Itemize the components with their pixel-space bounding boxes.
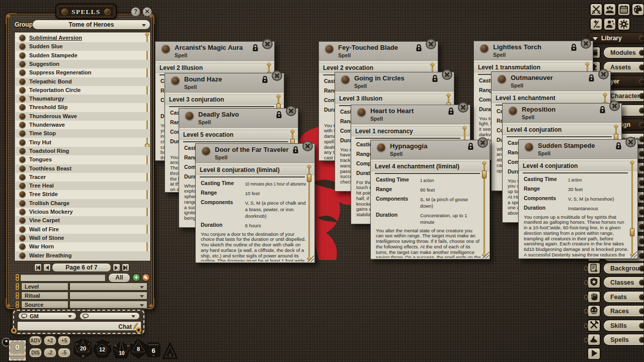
chat-channel-dropdown[interactable]: GM bbox=[18, 312, 76, 320]
people-button[interactable] bbox=[603, 3, 616, 16]
close-button[interactable]: ✕ bbox=[142, 7, 152, 17]
lock-icon[interactable] bbox=[615, 142, 622, 152]
spell-list-item[interactable]: Sudden Slue bbox=[16, 42, 149, 51]
lock-icon[interactable] bbox=[262, 75, 268, 85]
help-button[interactable]: ? bbox=[131, 7, 140, 17]
person-sparkle-button[interactable] bbox=[603, 18, 616, 31]
sidebar-item-feats[interactable]: Feats bbox=[603, 291, 644, 303]
window-title-plaque[interactable]: SPELLS bbox=[55, 4, 117, 19]
spell-list-item[interactable]: Subliminal Aversion bbox=[16, 34, 149, 42]
spell-list-item[interactable]: Thunderous Wave bbox=[16, 112, 149, 121]
roll-button-adv[interactable]: ADV bbox=[29, 335, 42, 346]
card-header[interactable]: OutmaneuverSpell bbox=[492, 72, 610, 91]
roll-button-minus5[interactable]: -5 bbox=[57, 347, 71, 358]
card-header[interactable]: Heart to HeartSpell bbox=[351, 105, 470, 124]
spell-list-item[interactable]: Teleportation Circle bbox=[16, 86, 149, 95]
sidebar-item-skills[interactable]: Skills bbox=[603, 320, 644, 331]
filter-all-button[interactable]: All bbox=[108, 273, 130, 283]
lock-icon[interactable] bbox=[432, 74, 438, 84]
spell-card-hypnagogia[interactable]: HypnagogiaSpellLevel 4 enchantment (limi… bbox=[370, 140, 490, 259]
close-icon[interactable] bbox=[272, 70, 282, 81]
close-icon[interactable] bbox=[262, 39, 273, 49]
crossed-swords-button[interactable] bbox=[590, 3, 603, 16]
close-icon[interactable] bbox=[458, 102, 468, 113]
sidebar-item-races[interactable]: Races bbox=[603, 305, 644, 317]
plus-minus-button[interactable] bbox=[590, 18, 603, 31]
card-scrollbar[interactable] bbox=[484, 163, 485, 255]
card-header[interactable]: Deadly SalvoSpell bbox=[179, 109, 298, 128]
spell-list-item[interactable]: Water Breathing bbox=[16, 251, 149, 260]
add-button[interactable]: + bbox=[132, 274, 140, 282]
close-icon[interactable] bbox=[625, 137, 636, 147]
lock-icon[interactable] bbox=[588, 74, 595, 84]
sidebar-icon-spells[interactable] bbox=[587, 333, 601, 346]
sidebar-icon-skills[interactable] bbox=[587, 319, 601, 332]
sidebar-item-spells[interactable]: Spells bbox=[603, 334, 644, 345]
group-dropdown[interactable]: Tome of Heroes bbox=[32, 20, 150, 30]
filter-dropdown[interactable] bbox=[69, 292, 147, 300]
roll-button-dis[interactable]: DIS bbox=[29, 347, 42, 358]
spell-list-item[interactable]: Thunderwave bbox=[16, 121, 149, 129]
card-header[interactable]: Lightless TorchSpell bbox=[474, 41, 593, 60]
close-icon[interactable] bbox=[426, 39, 436, 49]
spell-list-item[interactable]: War Horn bbox=[16, 242, 149, 251]
lock-icon[interactable] bbox=[416, 44, 422, 54]
spell-list-item[interactable]: Time Stop bbox=[16, 129, 149, 138]
prev-page-button[interactable] bbox=[43, 263, 51, 272]
spell-list-item[interactable]: Toadstool Ring bbox=[16, 147, 149, 155]
roll-button-minus2[interactable]: -2 bbox=[43, 347, 57, 358]
sidebar-icon-classes[interactable] bbox=[587, 276, 601, 289]
card-header[interactable]: Fey-Touched BladeSpell bbox=[319, 42, 438, 61]
roll-button-plus5[interactable]: +5 bbox=[57, 335, 71, 346]
calendar-button[interactable] bbox=[617, 3, 630, 16]
modifier-box[interactable]: 0 Modifier bbox=[9, 340, 26, 360]
spell-list-item[interactable]: Tracer bbox=[16, 173, 149, 182]
sidebar-section-library[interactable]: Library bbox=[587, 32, 644, 44]
lock-icon[interactable] bbox=[252, 44, 259, 54]
edit-button[interactable]: ✎ bbox=[142, 274, 150, 282]
spell-list-item[interactable]: Telepathic Bond bbox=[16, 77, 149, 86]
spell-list-item[interactable]: Tongues bbox=[16, 155, 149, 164]
chat-send-label[interactable]: Chat bbox=[118, 323, 132, 330]
last-page-button[interactable] bbox=[122, 263, 129, 272]
d10-die[interactable]: 1020 bbox=[112, 341, 130, 359]
spell-card-door-of-the-far-traveler[interactable]: Door of the Far TravelerSpellLevel 8 con… bbox=[195, 143, 315, 263]
spell-list-item[interactable]: Thaumaturgy bbox=[16, 95, 149, 103]
card-scrollbar[interactable] bbox=[631, 163, 633, 254]
card-header[interactable]: HypnagogiaSpell bbox=[371, 140, 490, 159]
lock-icon[interactable] bbox=[276, 111, 282, 121]
card-header[interactable]: Sudden StampedeSpell bbox=[519, 140, 637, 159]
search-input[interactable] bbox=[20, 274, 106, 282]
spell-list-item[interactable]: Trollish Charge bbox=[16, 199, 149, 208]
palette-button[interactable] bbox=[631, 3, 644, 16]
spell-list-item[interactable]: Vine Carpet bbox=[16, 216, 149, 225]
roll-button-plus2[interactable]: +2 bbox=[43, 335, 57, 346]
lock-icon[interactable] bbox=[448, 107, 454, 117]
close-icon[interactable] bbox=[442, 69, 452, 80]
sidebar-item-classes[interactable]: Classes bbox=[603, 277, 644, 288]
sidebar-item-backgrounds[interactable]: Backgrounds bbox=[603, 262, 644, 274]
spell-list-item[interactable]: Tree Heal bbox=[16, 182, 149, 190]
card-header[interactable]: Bound HazeSpell bbox=[165, 73, 284, 93]
card-header[interactable]: Door of the Far TravelerSpell bbox=[196, 144, 314, 163]
spell-list-item[interactable]: Tree Stride bbox=[16, 190, 149, 199]
sidebar-icon-feats[interactable] bbox=[587, 291, 601, 303]
next-page-button[interactable] bbox=[113, 263, 120, 272]
card-header[interactable]: RepositionSpell bbox=[503, 104, 621, 123]
filter-dropdown[interactable] bbox=[69, 283, 147, 291]
spell-list-item[interactable]: Vicious Mockery bbox=[16, 208, 149, 216]
sidebar-icon-races[interactable] bbox=[587, 305, 601, 317]
chat-input[interactable]: Chat bbox=[17, 321, 141, 331]
chat-whisper-dropdown[interactable] bbox=[79, 312, 140, 320]
spell-list-item[interactable]: Wall of Fire bbox=[16, 225, 149, 234]
d6-die[interactable]: 6six bbox=[146, 342, 160, 357]
close-icon[interactable] bbox=[609, 101, 620, 111]
gear-button[interactable] bbox=[617, 18, 630, 31]
lock-icon[interactable] bbox=[292, 146, 299, 156]
sidebar-icon-backgrounds[interactable] bbox=[587, 262, 601, 275]
spell-list-item[interactable]: Suggestion bbox=[16, 60, 149, 68]
d20-die[interactable]: 208214 bbox=[73, 338, 93, 359]
card-header[interactable]: Going in CirclesSpell bbox=[335, 72, 454, 92]
lock-icon[interactable] bbox=[599, 106, 606, 116]
close-icon[interactable] bbox=[477, 137, 488, 148]
